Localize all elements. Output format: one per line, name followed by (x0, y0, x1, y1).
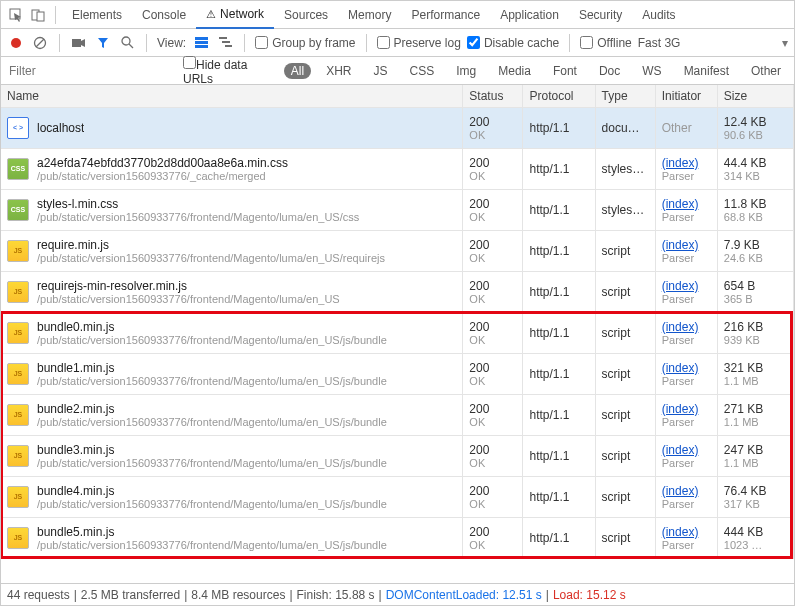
tab-performance[interactable]: Performance (401, 1, 490, 28)
view-label: View: (157, 36, 186, 50)
clear-icon[interactable] (31, 34, 49, 52)
svg-line-8 (129, 44, 133, 48)
filter-chip-js[interactable]: JS (367, 63, 395, 79)
tab-console[interactable]: Console (132, 1, 196, 28)
file-type-icon: JS (7, 527, 29, 549)
status-load: Load: 15.12 s (553, 588, 626, 602)
column-size[interactable]: Size (717, 85, 793, 107)
filter-chip-ws[interactable]: WS (635, 63, 668, 79)
svg-rect-10 (195, 41, 208, 44)
file-type-icon: JS (7, 240, 29, 262)
file-type-icon: JS (7, 445, 29, 467)
file-type-icon: < > (7, 117, 29, 139)
record-icon[interactable] (7, 34, 25, 52)
inspect-icon[interactable] (5, 4, 27, 26)
table-row[interactable]: JSbundle2.min.js/pub/static/version15609… (1, 394, 794, 435)
table-row[interactable]: JSrequire.min.js/pub/static/version15609… (1, 230, 794, 271)
offline-checkbox[interactable]: Offline (580, 36, 631, 50)
preserve-log-checkbox[interactable]: Preserve log (377, 36, 461, 50)
device-icon[interactable] (27, 4, 49, 26)
large-rows-icon[interactable] (192, 34, 210, 52)
file-type-icon: JS (7, 486, 29, 508)
svg-point-7 (122, 37, 130, 45)
table-row[interactable]: JSbundle4.min.js/pub/static/version15609… (1, 476, 794, 517)
filter-chip-all[interactable]: All (284, 63, 311, 79)
table-row[interactable]: JSrequirejs-min-resolver.min.js/pub/stat… (1, 271, 794, 312)
tab-memory[interactable]: Memory (338, 1, 401, 28)
svg-line-5 (36, 39, 44, 47)
filter-chip-xhr[interactable]: XHR (319, 63, 358, 79)
table-row[interactable]: CSSa24efda74ebfdd3770b2d8dd00aa8e6a.min.… (1, 148, 794, 189)
tab-sources[interactable]: Sources (274, 1, 338, 28)
filter-chip-other[interactable]: Other (744, 63, 788, 79)
table-row[interactable]: JSbundle5.min.js/pub/static/version15609… (1, 517, 794, 558)
svg-rect-9 (195, 37, 208, 40)
svg-rect-14 (225, 45, 232, 47)
filter-icon[interactable] (94, 34, 112, 52)
svg-rect-12 (219, 37, 227, 39)
table-row[interactable]: JSbundle3.min.js/pub/static/version15609… (1, 435, 794, 476)
search-icon[interactable] (118, 34, 136, 52)
svg-rect-13 (222, 41, 230, 43)
column-name[interactable]: Name (1, 85, 463, 107)
file-type-icon: JS (7, 363, 29, 385)
filter-chip-img[interactable]: Img (449, 63, 483, 79)
tab-audits[interactable]: Audits (632, 1, 685, 28)
waterfall-icon[interactable] (216, 34, 234, 52)
filter-chip-media[interactable]: Media (491, 63, 538, 79)
file-type-icon: CSS (7, 158, 29, 180)
tab-security[interactable]: Security (569, 1, 632, 28)
column-type[interactable]: Type (595, 85, 655, 107)
svg-rect-2 (37, 12, 44, 21)
file-type-icon: JS (7, 404, 29, 426)
file-type-icon: JS (7, 322, 29, 344)
tab-application[interactable]: Application (490, 1, 569, 28)
column-initiator[interactable]: Initiator (655, 85, 717, 107)
filter-chip-doc[interactable]: Doc (592, 63, 627, 79)
status-transferred: 2.5 MB transferred (81, 588, 180, 602)
svg-rect-11 (195, 45, 208, 48)
tab-network[interactable]: ⚠Network (196, 2, 274, 29)
status-requests: 44 requests (7, 588, 70, 602)
status-domcontentloaded: DOMContentLoaded: 12.51 s (386, 588, 542, 602)
tab-elements[interactable]: Elements (62, 1, 132, 28)
status-resources: 8.4 MB resources (191, 588, 285, 602)
status-finish: Finish: 15.88 s (297, 588, 375, 602)
camera-icon[interactable] (70, 34, 88, 52)
throttle-select[interactable]: Fast 3G (638, 36, 681, 50)
table-row[interactable]: < >localhost200OKhttp/1.1docu…Other12.4 … (1, 107, 794, 148)
column-protocol[interactable]: Protocol (523, 85, 595, 107)
group-by-frame-checkbox[interactable]: Group by frame (255, 36, 355, 50)
column-status[interactable]: Status (463, 85, 523, 107)
file-type-icon: JS (7, 281, 29, 303)
hide-data-urls-checkbox[interactable]: Hide data URLs (183, 56, 276, 86)
file-type-icon: CSS (7, 199, 29, 221)
table-row[interactable]: JSbundle1.min.js/pub/static/version15609… (1, 353, 794, 394)
table-row[interactable]: JSbundle0.min.js/pub/static/version15609… (1, 312, 794, 353)
svg-point-3 (11, 38, 21, 48)
table-row[interactable]: CSSstyles-l.min.css/pub/static/version15… (1, 189, 794, 230)
filter-chip-font[interactable]: Font (546, 63, 584, 79)
filter-chip-css[interactable]: CSS (403, 63, 442, 79)
disable-cache-checkbox[interactable]: Disable cache (467, 36, 559, 50)
svg-rect-6 (72, 39, 81, 47)
filter-input[interactable] (7, 63, 147, 79)
throttle-chevron-icon[interactable]: ▾ (782, 36, 788, 50)
filter-chip-manifest[interactable]: Manifest (677, 63, 736, 79)
